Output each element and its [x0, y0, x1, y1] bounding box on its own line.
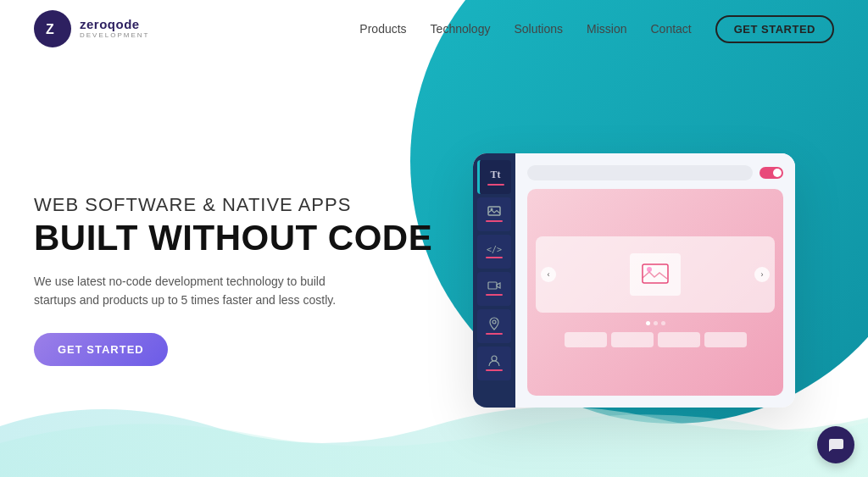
logo-icon: Z [34, 10, 71, 47]
hero-title: BUILT WITHOUT CODE [34, 219, 434, 257]
header: Z zeroqode DEVELOPMENT Products Technolo… [0, 0, 868, 58]
carousel-dots [646, 321, 665, 325]
mockup-main: ‹ › [515, 153, 795, 408]
dot-3 [661, 321, 665, 325]
svg-point-4 [492, 320, 496, 324]
svg-point-7 [647, 267, 652, 272]
mockup-card: Tt </> [473, 153, 795, 408]
brand-name: zeroqode [80, 18, 149, 32]
nav-link-technology[interactable]: Technology [431, 22, 491, 36]
content-pill-2 [611, 332, 654, 347]
carousel-prev[interactable]: ‹ [541, 267, 556, 282]
carousel-next[interactable]: › [754, 267, 770, 282]
svg-text:Z: Z [46, 22, 54, 36]
sidebar-item-location[interactable] [477, 309, 511, 343]
mockup-content: ‹ › [527, 189, 783, 396]
sidebar-item-user[interactable] [477, 347, 511, 380]
mockup-topbar [527, 165, 783, 180]
nav-link-contact[interactable]: Contact [650, 22, 691, 36]
svg-rect-6 [643, 264, 668, 283]
logo: Z zeroqode DEVELOPMENT [34, 10, 149, 47]
content-pill-1 [565, 332, 607, 347]
hero-subtitle: WEB SOFTWARE & NATIVE APPS [34, 194, 434, 216]
hero-cta-button[interactable]: GET STARTED [34, 333, 168, 366]
sidebar-item-video[interactable] [477, 272, 511, 306]
nav-link-mission[interactable]: Mission [587, 22, 626, 36]
chat-bubble-button[interactable] [817, 426, 854, 463]
mockup-search-bar [527, 165, 753, 180]
nav-cta-button[interactable]: GET STARTED [715, 15, 834, 43]
logo-text: zeroqode DEVELOPMENT [80, 18, 149, 39]
brand-sub: DEVELOPMENT [80, 32, 149, 40]
svg-point-5 [492, 356, 497, 361]
hero-description: We use latest no-code development techno… [34, 272, 339, 310]
main-nav: Products Technology Solutions Mission Co… [359, 15, 834, 43]
hero-section: WEB SOFTWARE & NATIVE APPS BUILT WITHOUT… [0, 58, 868, 477]
sidebar-item-image[interactable] [477, 197, 511, 231]
dot-1 [646, 321, 650, 325]
mockup-sidebar: Tt </> [473, 153, 515, 408]
hero-left: WEB SOFTWARE & NATIVE APPS BUILT WITHOUT… [34, 194, 434, 367]
svg-rect-3 [488, 282, 497, 289]
mockup-carousel: ‹ › [536, 236, 775, 313]
mockup-toggle[interactable] [760, 167, 783, 179]
nav-link-products[interactable]: Products [359, 22, 406, 36]
content-pill-4 [704, 332, 747, 347]
content-pill-3 [658, 332, 700, 347]
sidebar-item-code[interactable]: </> [477, 235, 511, 269]
sidebar-item-text[interactable]: Tt [477, 160, 511, 194]
nav-link-solutions[interactable]: Solutions [514, 22, 563, 36]
chat-icon [826, 435, 845, 454]
hero-right: Tt </> [434, 83, 834, 477]
content-buttons [536, 332, 775, 347]
svg-point-2 [491, 208, 493, 211]
dot-2 [654, 321, 658, 325]
carousel-image [630, 253, 681, 296]
